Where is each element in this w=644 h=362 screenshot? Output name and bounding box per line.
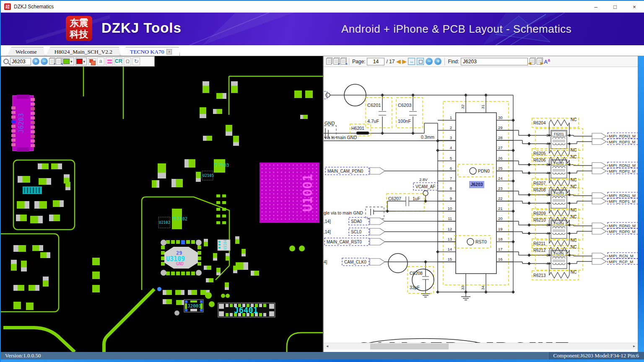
svg-text:CAM_CLK0: CAM_CLK0	[344, 260, 366, 264]
svg-text:32: 32	[460, 104, 465, 109]
page-copy-icon[interactable]: ▸	[49, 58, 55, 65]
svg-text:17: 17	[498, 247, 503, 251]
schematic-canvas[interactable]: C62014.7uFC6203100nFH6201GNDvia to main …	[324, 67, 638, 343]
page-label: Page:	[352, 59, 365, 65]
svg-text:MAIN_CAM_RST0: MAIN_CAM_RST0	[327, 240, 362, 244]
svg-text:,14]: ,14]	[324, 230, 331, 234]
find-prev-icon[interactable]: ◀	[530, 58, 535, 65]
svg-text:1: 1	[450, 115, 452, 120]
svg-text:MIPI_RDN1_M: MIPI_RDN1_M	[609, 193, 636, 198]
svg-text:MIPI_RDN3_M: MIPI_RDN3_M	[609, 134, 636, 138]
svg-text:VCAM_AF: VCAM_AF	[415, 184, 435, 189]
page-prev-copy-icon[interactable]: ◂	[340, 58, 346, 65]
svg-text:,14]: ,14]	[324, 219, 331, 224]
page-number-input[interactable]	[367, 58, 384, 65]
svg-text:MIPI_RDP3_M: MIPI_RDP3_M	[609, 140, 635, 144]
highlight-pads-icon[interactable]	[106, 57, 113, 65]
svg-text:F6205: F6205	[554, 252, 564, 256]
svg-text:R6208: R6208	[533, 188, 546, 192]
svg-text:NC: NC	[571, 208, 576, 212]
svg-text:NC: NC	[571, 148, 576, 153]
layers-icon[interactable]	[88, 58, 96, 65]
tab-welcome[interactable]: Welcome	[7, 47, 45, 56]
svg-text:33pF: 33pF	[410, 285, 420, 290]
search-icon	[3, 59, 9, 64]
match-case-icon[interactable]: Aa	[544, 58, 550, 65]
svg-text:NC: NC	[571, 178, 576, 182]
version-text: Version:1.0.0.50	[5, 352, 41, 359]
fit-page-icon[interactable]	[417, 58, 424, 65]
banner-tagline: Android + iPhone & PCB Layout - Schemati…	[341, 23, 571, 36]
page-paste-icon[interactable]: ◂	[56, 58, 61, 65]
svg-text:4.7uF: 4.7uF	[367, 119, 379, 124]
maximize-button[interactable]: □	[605, 1, 625, 13]
tab-main-sch[interactable]: H8024_Main_SCH_V2.2	[46, 47, 120, 56]
zoom-out-icon[interactable]: −	[41, 58, 48, 65]
svg-text:U2102: U2102	[159, 220, 170, 225]
scroll-left-icon[interactable]: ◄	[324, 343, 331, 350]
cr-button[interactable]: CR	[114, 57, 122, 65]
svg-text:33: 33	[460, 285, 465, 290]
top-layer-color-picker[interactable]: ▾	[62, 57, 74, 65]
minimize-button[interactable]: –	[586, 1, 605, 13]
svg-text:NC: NC	[571, 238, 576, 243]
page-next-copy-icon[interactable]: ▸	[333, 58, 339, 65]
svg-text:25: 25	[498, 166, 503, 171]
svg-text:C6207: C6207	[388, 196, 401, 201]
svg-text:SCL0: SCL0	[351, 230, 361, 234]
next-page-icon[interactable]: ▶	[402, 58, 406, 65]
svg-text:2.8V: 2.8V	[419, 177, 428, 182]
svg-text:GND: GND	[325, 121, 335, 126]
svg-text:4: 4	[450, 145, 452, 150]
svg-text:20: 20	[498, 216, 503, 221]
svg-text:PDN0: PDN0	[478, 168, 490, 173]
pcb-canvas[interactable]: FL2103U2105FL2102U2102U310429U3109GNDJ20…	[1, 56, 323, 352]
app-window: 东震科技 DZKJ Schematics – □ × 东震 科技 DZKJ To…	[0, 0, 644, 362]
svg-text:MIPI_RDP1_M: MIPI_RDP1_M	[609, 199, 635, 204]
pcb-search-input[interactable]	[10, 58, 31, 65]
svg-text:11: 11	[448, 216, 452, 221]
close-button[interactable]: ×	[625, 1, 644, 13]
svg-text:NC: NC	[571, 215, 576, 219]
svg-text:C6201: C6201	[367, 103, 381, 108]
schematic-drawing[interactable]: C62014.7uFC6203100nFH6201GNDvia to main …	[324, 67, 638, 343]
svg-text:U1001: U1001	[300, 174, 315, 212]
svg-text:MAIN_CAM_PDN0: MAIN_CAM_PDN0	[327, 169, 363, 173]
tab-close-icon[interactable]: ×	[166, 49, 172, 54]
svg-text:NC: NC	[571, 184, 576, 189]
svg-text:MIPI_RDP2_M: MIPI_RDP2_M	[609, 169, 635, 173]
svg-text:100nF: 100nF	[398, 119, 411, 124]
sch-zoom-in-icon[interactable]: +	[434, 58, 441, 65]
tab-tecno-ka70[interactable]: TECNO KA70×	[121, 47, 180, 56]
svg-text:H6201: H6201	[351, 126, 364, 131]
scroll-right-icon[interactable]: ►	[631, 343, 638, 350]
text-label-icon[interactable]: a	[97, 57, 104, 65]
svg-text:7: 7	[450, 176, 452, 181]
svg-text:R6213: R6213	[533, 273, 546, 278]
history-icon[interactable]: ↻	[132, 57, 140, 65]
find-input[interactable]	[461, 58, 528, 65]
svg-text:14: 14	[447, 247, 452, 251]
copy-page-icon[interactable]	[326, 58, 332, 65]
ohm-button[interactable]: Ω	[124, 57, 131, 65]
svg-text:9: 9	[450, 196, 452, 201]
svg-text:29: 29	[498, 125, 503, 130]
pcb-toolbar: + − ▸ ◂ ▾ ▾ a CR Ω ↻	[1, 56, 155, 67]
find-next-icon[interactable]: ▶	[537, 58, 542, 65]
title-bar: 东震科技 DZKJ Schematics – □ ×	[1, 1, 644, 13]
pcb-view-pane[interactable]: FL2103U2105FL2102U2102U310429U3109GNDJ20…	[1, 56, 323, 352]
svg-text:26: 26	[498, 156, 503, 160]
svg-text:30: 30	[498, 115, 503, 120]
svg-text:1uF: 1uF	[413, 196, 420, 201]
scrollbar-thumb[interactable]	[370, 344, 449, 349]
schematic-toolbar: ▸ ◂ Page: / 17 ◀ ▶ ↔ − + Find: ◀ ▶ Aa	[324, 56, 638, 67]
zoom-in-icon[interactable]: +	[32, 58, 39, 65]
svg-text:16: 16	[498, 257, 503, 261]
schematic-sheet-title: CAM SER CIRCUIT	[356, 338, 571, 343]
window-bottom-border	[1, 359, 644, 362]
sch-zoom-out-icon[interactable]: −	[426, 58, 433, 65]
bottom-layer-color-picker[interactable]: ▾	[75, 57, 87, 65]
fit-width-icon[interactable]: ↔	[408, 58, 415, 65]
prev-page-icon[interactable]: ◀	[396, 58, 400, 65]
horizontal-scrollbar[interactable]: ◄ ►	[324, 343, 638, 349]
